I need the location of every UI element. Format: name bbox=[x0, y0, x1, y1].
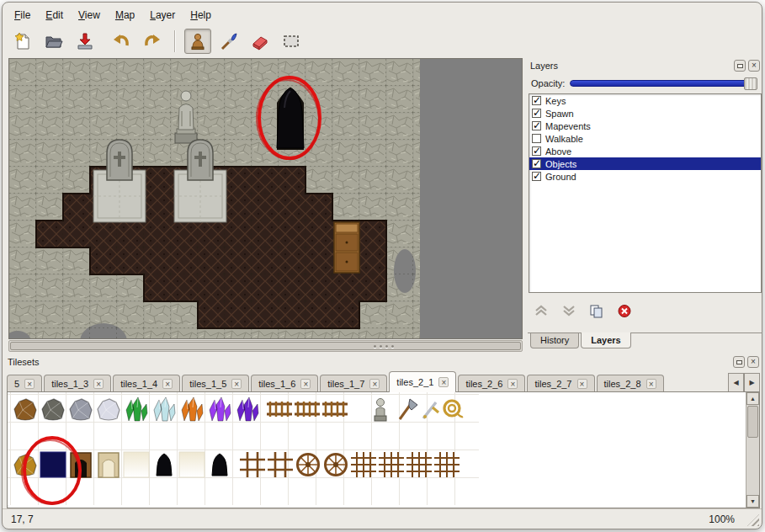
tileset-tab[interactable]: tiles_1_3 × bbox=[44, 375, 111, 392]
menu-file[interactable]: File bbox=[8, 7, 37, 24]
tileset-tab[interactable]: tiles_1_6 × bbox=[251, 375, 318, 392]
layer-visibility-checkbox[interactable] bbox=[532, 96, 541, 105]
layer-visibility-checkbox[interactable] bbox=[532, 146, 541, 156]
selection-rect-icon bbox=[281, 31, 301, 51]
menu-view[interactable]: View bbox=[72, 7, 107, 24]
tileset-tab[interactable]: 5 × bbox=[7, 375, 42, 392]
cursor-tile-coordinates: 17, 7 bbox=[11, 513, 34, 525]
chevrons-down-icon bbox=[561, 304, 576, 317]
tile-wheel[interactable] bbox=[326, 455, 347, 476]
layer-buttons bbox=[533, 301, 633, 321]
tab-close-icon[interactable]: × bbox=[24, 379, 35, 389]
duplicate-layer-button[interactable] bbox=[588, 303, 605, 318]
menu-edit[interactable]: Edit bbox=[39, 7, 70, 24]
float-dock-icon[interactable] bbox=[734, 60, 746, 72]
tile-fade[interactable] bbox=[179, 452, 205, 477]
tileset-vscroll-thumb[interactable] bbox=[747, 406, 758, 438]
tileset-vertical-scrollbar[interactable]: ▲ ▼ bbox=[746, 392, 759, 508]
tileset-tab[interactable]: tiles_2_7 × bbox=[527, 375, 594, 392]
tileset-tab[interactable]: tiles_2_8 × bbox=[597, 375, 664, 392]
tile-wheel[interactable] bbox=[298, 455, 319, 476]
save-import-icon bbox=[75, 31, 95, 51]
layer-visibility-checkbox[interactable] bbox=[532, 134, 541, 143]
opacity-slider-handle[interactable] bbox=[744, 77, 757, 90]
eraser-tool-button[interactable] bbox=[247, 29, 274, 54]
layer-label: Objects bbox=[545, 159, 576, 169]
new-file-icon bbox=[13, 31, 33, 51]
tab-scroll-left-icon[interactable]: ◀ bbox=[728, 373, 744, 392]
tab-close-icon[interactable]: × bbox=[438, 377, 449, 387]
new-button[interactable] bbox=[9, 29, 36, 54]
tab-close-icon[interactable]: × bbox=[93, 379, 104, 389]
chevrons-up-icon bbox=[534, 304, 549, 317]
tab-close-icon[interactable]: × bbox=[231, 379, 242, 389]
map-viewport bbox=[8, 58, 523, 339]
close-dock-icon[interactable]: × bbox=[747, 356, 759, 368]
map-horizontal-scrollbar[interactable] bbox=[8, 340, 523, 352]
redo-button[interactable] bbox=[139, 29, 166, 54]
layer-row-keys[interactable]: Keys bbox=[529, 94, 761, 107]
tileset-tab[interactable]: tiles_1_7 × bbox=[320, 375, 387, 392]
layer-visibility-checkbox[interactable] bbox=[532, 121, 541, 130]
selected-tile-navy[interactable] bbox=[40, 452, 66, 477]
tab-scroll-right-icon[interactable]: ▶ bbox=[744, 373, 760, 392]
opacity-row: Opacity: bbox=[531, 76, 759, 90]
open-button[interactable] bbox=[40, 29, 67, 54]
save-button[interactable] bbox=[72, 29, 98, 54]
tab-close-icon[interactable]: × bbox=[646, 379, 656, 389]
tileset-tab[interactable]: tiles_1_4 × bbox=[113, 375, 180, 392]
opacity-slider[interactable] bbox=[570, 80, 757, 87]
tilesets-dock-title: Tilesets bbox=[8, 357, 40, 367]
menu-map[interactable]: Map bbox=[109, 7, 141, 24]
resize-grip[interactable] bbox=[747, 514, 759, 526]
move-layer-up-button[interactable] bbox=[533, 303, 550, 318]
tileset-tab-bar: 5 × tiles_1_3 × tiles_1_4 × tiles_1_5 × … bbox=[7, 371, 726, 392]
map-hscroll-thumb[interactable] bbox=[10, 342, 521, 350]
float-dock-icon[interactable] bbox=[733, 356, 745, 368]
layer-row-walkable[interactable]: Walkable bbox=[529, 132, 761, 145]
tileset-tab[interactable]: tiles_2_6 × bbox=[458, 375, 525, 392]
scroll-up-icon[interactable]: ▲ bbox=[746, 392, 759, 405]
undo-button[interactable] bbox=[108, 29, 135, 54]
layer-list: Keys Spawn Mapevents Walkable Above Obje… bbox=[529, 93, 762, 293]
layer-label: Above bbox=[545, 146, 571, 157]
layer-row-ground[interactable]: Ground bbox=[529, 170, 761, 183]
tab-close-icon[interactable]: × bbox=[507, 379, 518, 389]
stamp-tool-button[interactable] bbox=[184, 29, 211, 54]
splitter-handle[interactable] bbox=[374, 343, 399, 349]
brush-tool-button[interactable] bbox=[215, 29, 242, 54]
tileset-tab-active[interactable]: tiles_2_1 × bbox=[389, 371, 456, 392]
map-canvas[interactable] bbox=[9, 59, 522, 338]
close-dock-icon[interactable]: × bbox=[748, 60, 760, 72]
tab-close-icon[interactable]: × bbox=[577, 379, 587, 389]
tab-close-icon[interactable]: × bbox=[369, 379, 380, 389]
layer-row-objects[interactable]: Objects bbox=[529, 157, 761, 170]
paint-brush-icon bbox=[219, 31, 239, 51]
menu-help[interactable]: Help bbox=[183, 7, 218, 24]
delete-layer-button[interactable] bbox=[616, 303, 633, 318]
layer-visibility-checkbox[interactable] bbox=[532, 109, 541, 118]
move-layer-down-button[interactable] bbox=[560, 303, 577, 318]
status-bar: 17, 7 100% bbox=[3, 508, 762, 529]
layer-row-mapevents[interactable]: Mapevents bbox=[529, 120, 761, 132]
layer-visibility-checkbox[interactable] bbox=[532, 172, 541, 181]
scroll-down-icon[interactable]: ▼ bbox=[746, 495, 759, 508]
tab-close-icon[interactable]: × bbox=[162, 379, 173, 389]
layer-row-above[interactable]: Above bbox=[529, 145, 761, 157]
tab-history[interactable]: History bbox=[530, 333, 579, 348]
tab-close-icon[interactable]: × bbox=[300, 379, 311, 389]
delete-circle-icon bbox=[617, 304, 632, 318]
menu-layer[interactable]: Layer bbox=[143, 7, 182, 24]
tileset-tab[interactable]: tiles_1_5 × bbox=[182, 375, 249, 392]
layer-visibility-checkbox[interactable] bbox=[532, 159, 541, 168]
tile-statue[interactable] bbox=[375, 399, 386, 422]
tile-door-pale[interactable] bbox=[98, 453, 119, 477]
tab-layers[interactable]: Layers bbox=[581, 332, 630, 348]
undo-arrow-icon bbox=[111, 31, 131, 51]
copy-icon bbox=[589, 304, 604, 318]
tile-fade[interactable] bbox=[124, 452, 149, 477]
layers-dock-titlebar: Layers × bbox=[528, 58, 762, 73]
layer-row-spawn[interactable]: Spawn bbox=[529, 107, 761, 120]
select-tool-button[interactable] bbox=[278, 29, 305, 54]
tileset-canvas[interactable] bbox=[8, 392, 746, 505]
